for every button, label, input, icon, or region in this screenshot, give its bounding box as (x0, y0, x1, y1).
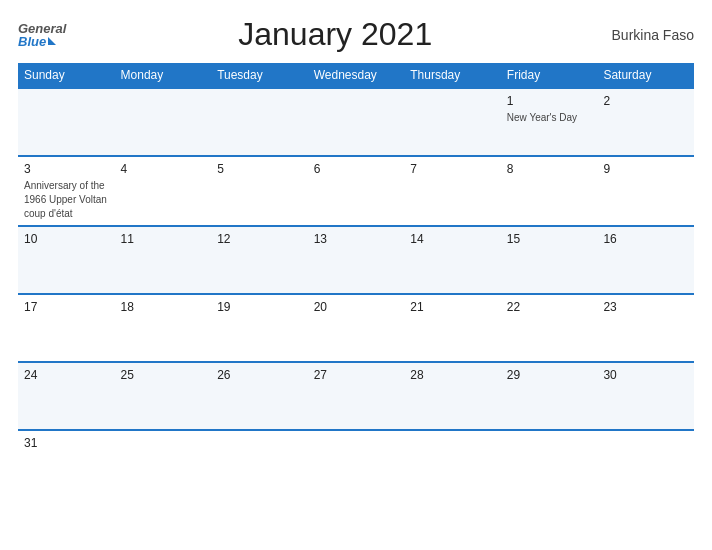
calendar-cell: 3Anniversary of the 1966 Upper Voltan co… (18, 156, 115, 226)
calendar-cell: 13 (308, 226, 405, 294)
calendar-cell: 30 (597, 362, 694, 430)
calendar-cell: 1New Year's Day (501, 88, 598, 156)
calendar-cell: 29 (501, 362, 598, 430)
day-number: 11 (121, 232, 206, 246)
day-number: 22 (507, 300, 592, 314)
calendar-cell (308, 430, 405, 498)
logo-general-text: General (18, 22, 66, 35)
calendar-cell: 25 (115, 362, 212, 430)
day-number: 4 (121, 162, 206, 176)
calendar-cell: 8 (501, 156, 598, 226)
header-friday: Friday (501, 63, 598, 88)
calendar-cell: 22 (501, 294, 598, 362)
day-number: 3 (24, 162, 109, 176)
calendar-week-row: 17181920212223 (18, 294, 694, 362)
logo: General Blue (18, 22, 66, 48)
day-number: 29 (507, 368, 592, 382)
calendar-cell: 26 (211, 362, 308, 430)
day-number: 16 (603, 232, 688, 246)
day-number: 20 (314, 300, 399, 314)
calendar-cell: 7 (404, 156, 501, 226)
header-sunday: Sunday (18, 63, 115, 88)
calendar-cell: 20 (308, 294, 405, 362)
calendar-week-row: 1New Year's Day2 (18, 88, 694, 156)
day-number: 26 (217, 368, 302, 382)
day-number: 15 (507, 232, 592, 246)
calendar-cell: 12 (211, 226, 308, 294)
day-number: 5 (217, 162, 302, 176)
day-number: 8 (507, 162, 592, 176)
day-number: 2 (603, 94, 688, 108)
calendar-cell (115, 430, 212, 498)
logo-triangle-icon (48, 37, 56, 45)
header-saturday: Saturday (597, 63, 694, 88)
day-number: 17 (24, 300, 109, 314)
day-number: 19 (217, 300, 302, 314)
day-number: 27 (314, 368, 399, 382)
calendar-cell (501, 430, 598, 498)
calendar-cell: 28 (404, 362, 501, 430)
day-number: 28 (410, 368, 495, 382)
day-number: 13 (314, 232, 399, 246)
calendar-cell (115, 88, 212, 156)
calendar-cell: 31 (18, 430, 115, 498)
calendar-week-row: 24252627282930 (18, 362, 694, 430)
calendar-title: January 2021 (66, 16, 604, 53)
calendar-cell: 14 (404, 226, 501, 294)
day-number: 7 (410, 162, 495, 176)
header-wednesday: Wednesday (308, 63, 405, 88)
calendar-week-row: 3Anniversary of the 1966 Upper Voltan co… (18, 156, 694, 226)
calendar-cell: 16 (597, 226, 694, 294)
weekday-header-row: Sunday Monday Tuesday Wednesday Thursday… (18, 63, 694, 88)
day-number: 12 (217, 232, 302, 246)
header-monday: Monday (115, 63, 212, 88)
calendar-cell (308, 88, 405, 156)
day-number: 30 (603, 368, 688, 382)
calendar-cell: 11 (115, 226, 212, 294)
calendar-cell: 27 (308, 362, 405, 430)
calendar-cell: 6 (308, 156, 405, 226)
calendar-cell: 4 (115, 156, 212, 226)
calendar-cell: 10 (18, 226, 115, 294)
calendar-cell: 9 (597, 156, 694, 226)
calendar-cell: 2 (597, 88, 694, 156)
country-label: Burkina Faso (604, 27, 694, 43)
day-number: 9 (603, 162, 688, 176)
calendar-cell: 15 (501, 226, 598, 294)
calendar-cell: 23 (597, 294, 694, 362)
calendar-cell (404, 88, 501, 156)
day-number: 6 (314, 162, 399, 176)
calendar-cell (18, 88, 115, 156)
calendar-cell (404, 430, 501, 498)
day-number: 10 (24, 232, 109, 246)
calendar-table: Sunday Monday Tuesday Wednesday Thursday… (18, 63, 694, 498)
day-number: 18 (121, 300, 206, 314)
calendar-wrapper: General Blue January 2021 Burkina Faso S… (0, 0, 712, 550)
calendar-cell: 19 (211, 294, 308, 362)
day-number: 23 (603, 300, 688, 314)
day-number: 24 (24, 368, 109, 382)
calendar-cell: 21 (404, 294, 501, 362)
day-number: 25 (121, 368, 206, 382)
calendar-week-row: 10111213141516 (18, 226, 694, 294)
logo-blue-text: Blue (18, 35, 56, 48)
day-number: 31 (24, 436, 109, 450)
calendar-week-row: 31 (18, 430, 694, 498)
header-tuesday: Tuesday (211, 63, 308, 88)
day-number: 1 (507, 94, 592, 108)
event-label: Anniversary of the 1966 Upper Voltan cou… (24, 180, 107, 219)
calendar-cell: 17 (18, 294, 115, 362)
calendar-cell (597, 430, 694, 498)
calendar-cell: 18 (115, 294, 212, 362)
day-number: 21 (410, 300, 495, 314)
calendar-cell: 24 (18, 362, 115, 430)
calendar-cell: 5 (211, 156, 308, 226)
event-label: New Year's Day (507, 112, 577, 123)
calendar-header: General Blue January 2021 Burkina Faso (18, 16, 694, 53)
calendar-cell (211, 430, 308, 498)
calendar-cell (211, 88, 308, 156)
day-number: 14 (410, 232, 495, 246)
header-thursday: Thursday (404, 63, 501, 88)
